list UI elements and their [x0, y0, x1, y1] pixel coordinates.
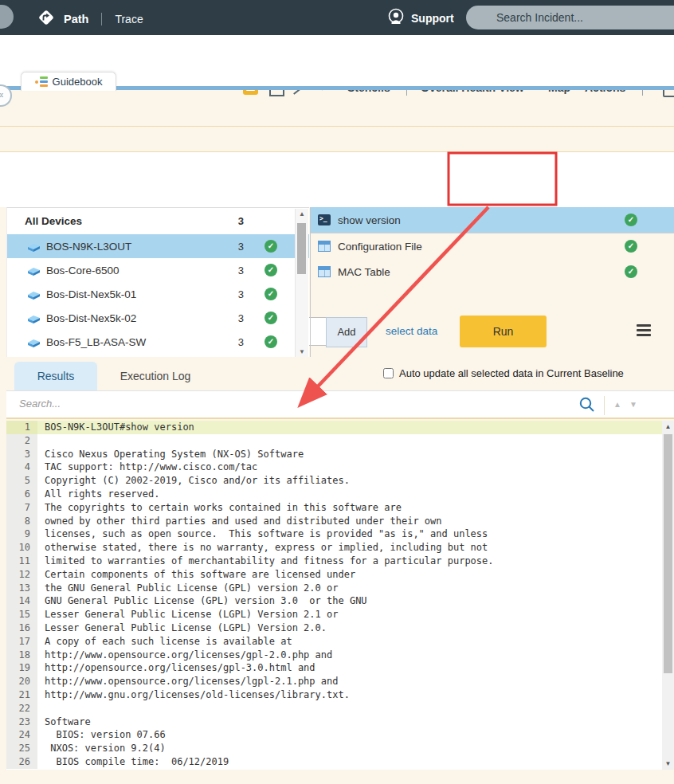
device-row[interactable]: Bos-Core-6500 3 ✓	[7, 258, 309, 282]
line-number: 26	[6, 755, 37, 769]
all-devices-count: 3	[238, 215, 244, 227]
scroll-down-icon[interactable]: ▼	[296, 348, 308, 355]
line-text	[37, 702, 45, 715]
line-text: GNU General Public License (GPL) version…	[37, 594, 367, 608]
line-text	[37, 434, 45, 448]
device-list-scrollbar[interactable]: ▲ ▼	[295, 209, 308, 357]
code-line: 15 Lesser General Public License (LGPL) …	[6, 608, 674, 621]
code-line: 24 BIOS: version 07.66	[6, 728, 674, 742]
scrollbar-thumb[interactable]	[297, 223, 306, 274]
device-count: 3	[238, 241, 244, 253]
tab-execution-log[interactable]: Execution Log	[104, 362, 207, 390]
line-number: 1	[6, 421, 37, 434]
line-number: 16	[6, 621, 37, 635]
line-number: 12	[6, 568, 37, 582]
code-line: 9 licenses, such as open source. This so…	[6, 527, 674, 541]
device-name: BOS-N9K-L3OUT	[46, 241, 131, 253]
path-icon[interactable]	[37, 8, 56, 30]
code-line: 21 http://www.gnu.org/licenses/old-licen…	[6, 688, 674, 702]
scroll-up-icon[interactable]: ▲	[662, 423, 674, 430]
description-field[interactable]: Please input description for this action…	[0, 127, 674, 152]
code-line: 4 TAC support: http://www.cisco.com/tac	[6, 461, 674, 474]
device-row[interactable]: Bos-Dist-Nex5k-02 3 ✓	[7, 306, 309, 330]
nav-edge-circle[interactable]	[0, 5, 14, 29]
device-row[interactable]: Bos-Dist-Nex5k-01 3 ✓	[7, 282, 309, 306]
tab-results[interactable]: Results	[14, 362, 97, 390]
code-line: 2	[6, 434, 674, 448]
line-number: 3	[6, 448, 37, 461]
nav-trace-label[interactable]: Trace	[115, 13, 143, 25]
line-number: 4	[6, 461, 37, 474]
success-check-icon: ✓	[625, 265, 637, 278]
success-check-icon: ✓	[265, 288, 277, 300]
code-line: 22	[6, 702, 674, 715]
line-number: 10	[6, 541, 37, 555]
line-number: 9	[6, 527, 37, 541]
scrollbar-thumb[interactable]	[664, 434, 672, 673]
line-text: A copy of each such license is available…	[37, 635, 292, 649]
search-icon[interactable]	[578, 396, 596, 417]
line-number: 17	[6, 635, 37, 649]
device-row[interactable]: BOS-N9K-L3OUT 3 ✓	[7, 234, 309, 258]
data-row[interactable]: show version ✓	[311, 207, 674, 233]
scroll-down-icon[interactable]: ▼	[662, 760, 674, 767]
device-name: Bos-Dist-Nex5k-01	[46, 288, 136, 300]
line-text: http://www.gnu.org/licenses/old-licenses…	[37, 688, 350, 702]
code-line: 19 http://opensource.org/licenses/gpl-3.…	[6, 661, 674, 675]
line-number: 21	[6, 688, 37, 702]
line-number: 6	[6, 488, 37, 501]
code-line: 20 http://www.opensource.org/licenses/lg…	[6, 675, 674, 688]
line-number: 5	[6, 474, 37, 488]
data-row[interactable]: MAC Table ✓	[311, 259, 674, 284]
tab-guidebook[interactable]: Guidebook	[21, 72, 116, 91]
line-number: 22	[6, 702, 37, 715]
scroll-up-icon[interactable]: ▲	[296, 210, 308, 218]
incident-search[interactable]	[466, 6, 674, 29]
guidebook-label: Guidebook	[53, 76, 103, 88]
code-line: 5 Copyright (C) 2002-2019, Cisco and/or …	[6, 474, 674, 488]
brand-area: Path Trace	[37, 8, 143, 30]
line-number: 20	[6, 675, 37, 688]
device-count: 3	[238, 312, 244, 324]
support-area[interactable]: Support	[387, 8, 454, 29]
code-line: 7 The copyrights to certain works contai…	[6, 501, 674, 515]
line-number: 18	[6, 649, 37, 662]
line-text: TAC support: http://www.cisco.com/tac	[37, 461, 257, 474]
device-count: 3	[238, 288, 244, 300]
device-name: Bos-Core-6500	[46, 265, 120, 276]
line-text: The copyrights to certain works containe…	[37, 501, 402, 515]
line-text: All rights reserved.	[37, 488, 160, 501]
data-row[interactable]: Configuration File ✓	[311, 233, 674, 259]
map-toolbar: Stencils Overall Health View Map Actions	[0, 35, 674, 70]
support-label: Support	[411, 12, 454, 25]
success-check-icon: ✓	[265, 312, 277, 324]
code-line: 17 A copy of each such license is availa…	[6, 635, 674, 649]
auto-update-checkbox[interactable]	[383, 368, 394, 378]
auto-update-label: Auto update all selected data in Current…	[399, 367, 624, 379]
device-icon	[26, 241, 41, 252]
device-row[interactable]: Bos-F5_LB-ASA-SW 3 ✓	[7, 330, 309, 354]
results-search-input[interactable]	[18, 397, 419, 410]
line-text: the GNU General Public License (GPL) ver…	[37, 582, 338, 595]
line-text: Cisco Nexus Operating System (NX-OS) Sof…	[37, 448, 304, 461]
code-line: 8 owned by other third parties and used …	[6, 515, 674, 528]
search-prev-icon[interactable]: ▲	[613, 400, 621, 409]
data-type-icon	[318, 241, 331, 252]
device-icon	[26, 337, 41, 347]
result-scrollbar[interactable]: ▲ ▼	[662, 421, 674, 770]
incident-search-input[interactable]	[495, 10, 657, 25]
code-line: 23 Software	[6, 715, 674, 729]
line-text: BIOS compile time: 06/12/2019	[37, 755, 229, 769]
nav-path-label[interactable]: Path	[64, 13, 88, 25]
command-row: 17 Devices + Add select data Run	[0, 152, 674, 207]
search-next-icon[interactable]: ▼	[629, 400, 637, 409]
code-line: 16 Lesser General Public License (LGPL) …	[6, 621, 674, 635]
code-line: 26 BIOS compile time: 06/12/2019	[6, 755, 674, 769]
device-list-header: All Devices 3	[7, 208, 309, 234]
code-line: 14 GNU General Public License (GPL) vers…	[6, 594, 674, 608]
line-number: 19	[6, 661, 37, 675]
result-output: 1 BOS-N9K-L3OUT#show version 2 3 Cisco N…	[6, 421, 674, 770]
line-text: Lesser General Public License (LGPL) Ver…	[37, 608, 338, 621]
device-icon	[26, 265, 41, 276]
app-window: Path Trace Support	[0, 0, 674, 784]
